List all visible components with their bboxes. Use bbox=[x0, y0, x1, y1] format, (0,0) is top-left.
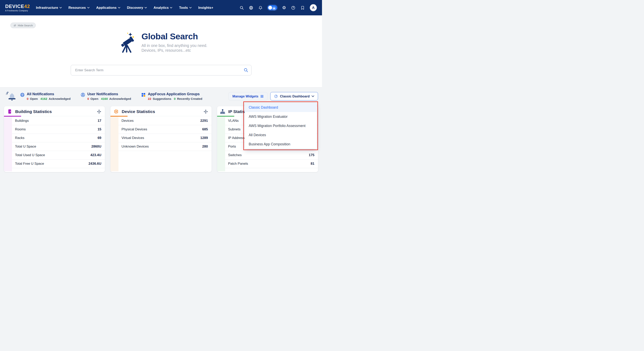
toolbar-buttons: Manage Widgets Classic Dashboard bbox=[228, 92, 318, 100]
search-input[interactable] bbox=[71, 65, 252, 75]
stat-row-label: Buildings bbox=[15, 119, 29, 123]
stat-row-label: Total Used U Space bbox=[15, 153, 45, 157]
stat-row-physical-devices[interactable]: Physical Devices 685 bbox=[118, 125, 211, 134]
page-subtitle: All in one box, find anything you need. … bbox=[142, 43, 207, 53]
nav-item-label: Resources bbox=[68, 6, 86, 10]
apps-icon bbox=[141, 92, 146, 97]
user-icon bbox=[80, 92, 85, 97]
manage-widgets-button[interactable]: Manage Widgets bbox=[228, 92, 268, 100]
stat-row-devices[interactable]: Devices 2291 bbox=[118, 117, 211, 125]
stat-row-value: 423.4U bbox=[90, 153, 102, 157]
stat-row-label: Total U Space bbox=[15, 145, 36, 149]
stat-row-total-free-u-space[interactable]: Total Free U Space 2436.6U bbox=[12, 160, 105, 168]
nav-item-insights[interactable]: Insights+ bbox=[198, 6, 213, 10]
main-nav: Infrastructure Resources Applications Di… bbox=[36, 6, 213, 10]
nav-item-discovery[interactable]: Discovery bbox=[127, 6, 147, 10]
nav-item-label: Tools bbox=[179, 6, 188, 10]
globe-icon bbox=[20, 92, 25, 97]
user-avatar[interactable]: A bbox=[310, 4, 317, 11]
stat-row-rooms[interactable]: Rooms 15 bbox=[12, 125, 105, 134]
stat-label-open: Suggestions bbox=[153, 97, 172, 101]
dropdown-item-all-devices[interactable]: All Devices bbox=[245, 130, 316, 140]
nav-item-infrastructure[interactable]: Infrastructure bbox=[36, 6, 62, 10]
chevron-down-icon bbox=[170, 7, 172, 8]
widget-title: Building Statistics bbox=[15, 109, 52, 114]
notification-stats: 0 Open 4160 Acknowledged bbox=[87, 97, 132, 101]
chevron-down-icon bbox=[87, 7, 90, 8]
dropdown-item-business-app-composition[interactable]: Business App Composition bbox=[245, 140, 316, 149]
bell-icon[interactable] bbox=[258, 5, 263, 10]
stat-row-unknown-devices[interactable]: Unknown Devices 280 bbox=[118, 142, 211, 151]
chevron-down-icon bbox=[144, 7, 147, 8]
stat-value-ack: 4162 bbox=[40, 97, 47, 101]
widget-device-statistics: Device Statistics Devices 2291 Physical … bbox=[110, 106, 211, 172]
logo-text-accent: 42 bbox=[24, 3, 30, 9]
move-icon[interactable] bbox=[204, 109, 212, 114]
gauge-icon bbox=[274, 94, 278, 98]
logo-subtitle: A Freshworks Company bbox=[5, 9, 30, 12]
network-icon bbox=[217, 109, 228, 114]
global-search-box bbox=[71, 65, 252, 75]
notification-title: All Notifications bbox=[27, 92, 72, 96]
notification-appfocus-application-groups[interactable]: AppFocus Application Groups 22 Suggestio… bbox=[141, 92, 204, 101]
widget-accent-bar bbox=[4, 116, 21, 117]
stat-row-total-u-space[interactable]: Total U Space 2860U bbox=[12, 142, 105, 151]
bookmark-icon[interactable] bbox=[300, 5, 305, 10]
stat-row-racks[interactable]: Racks 69 bbox=[12, 134, 105, 142]
stat-row-switches[interactable]: Switches 175 bbox=[225, 151, 318, 160]
stat-row-label: Ports bbox=[228, 145, 236, 149]
stat-row-patch-panels[interactable]: Patch Panels 81 bbox=[225, 160, 318, 168]
dropdown-item-aws-migration-evaluator[interactable]: AWS Migration Evaluator bbox=[245, 112, 316, 121]
gear-icon[interactable]: ⚙ bbox=[282, 5, 286, 10]
stat-row-label: Racks bbox=[15, 136, 24, 140]
telescope-icon bbox=[115, 31, 138, 53]
notification-user-notifications[interactable]: User Notifications 0 Open 4160 Acknowled… bbox=[80, 92, 132, 101]
dropdown-item-classic-dashboard[interactable]: Classic Dashboard bbox=[245, 103, 316, 112]
navbar-actions: ⚙ A bbox=[240, 4, 317, 11]
notification-all-notifications[interactable]: All Notifications 0 Open 4162 Acknowledg… bbox=[20, 92, 72, 101]
stat-row-value: 280 bbox=[202, 145, 208, 149]
hide-search-button[interactable]: Hide Search bbox=[10, 22, 36, 28]
stat-row-value: 1289 bbox=[200, 136, 208, 140]
top-navbar: DEVICE42 A Freshworks Company Infrastruc… bbox=[0, 0, 322, 15]
stat-row-total-used-u-space[interactable]: Total Used U Space 423.4U bbox=[12, 151, 105, 160]
stat-label-open: Open bbox=[90, 97, 98, 101]
page-title: Global Search bbox=[142, 31, 207, 41]
chevron-down-icon bbox=[118, 7, 120, 8]
stat-row-label: Devices bbox=[122, 119, 134, 123]
dropdown-item-aws-migration-portfolio-assessment[interactable]: AWS Migration Portfolio Assessment bbox=[245, 121, 316, 130]
device42-logo[interactable]: DEVICE42 A Freshworks Company bbox=[5, 3, 30, 12]
chevron-down-icon bbox=[189, 7, 192, 8]
nav-item-applications[interactable]: Applications bbox=[96, 6, 120, 10]
move-icon[interactable] bbox=[97, 109, 105, 114]
search-submit-icon[interactable] bbox=[244, 68, 248, 72]
widget-header: Device Statistics bbox=[110, 106, 211, 116]
stat-row-value: 17 bbox=[98, 119, 101, 123]
stat-row-value: 2291 bbox=[200, 119, 208, 123]
nav-item-resources[interactable]: Resources bbox=[68, 6, 90, 10]
theme-toggle[interactable] bbox=[268, 5, 277, 10]
notification-title: AppFocus Application Groups bbox=[148, 92, 204, 96]
hide-search-label: Hide Search bbox=[18, 24, 33, 27]
stat-row-buildings[interactable]: Buildings 17 bbox=[12, 117, 105, 125]
chip-icon bbox=[110, 109, 122, 114]
notification-summaries: All Notifications 0 Open 4162 Acknowledg… bbox=[20, 92, 204, 101]
stat-value-ack: 4160 bbox=[101, 97, 108, 101]
stat-row-label: Unknown Devices bbox=[122, 145, 148, 149]
stat-label-open: Open bbox=[30, 97, 38, 101]
help-icon[interactable] bbox=[291, 5, 296, 10]
nav-item-analytics[interactable]: Analytics bbox=[154, 6, 172, 10]
dashboard-selector-button[interactable]: Classic Dashboard bbox=[270, 92, 318, 100]
stat-value-ack: 0 bbox=[174, 97, 176, 101]
nav-item-label: Analytics bbox=[154, 6, 169, 10]
nav-item-tools[interactable]: Tools bbox=[179, 6, 191, 10]
widget-header: Building Statistics bbox=[4, 106, 105, 116]
globe-icon[interactable] bbox=[249, 5, 253, 10]
widget-title: Device Statistics bbox=[122, 109, 155, 114]
stat-row-virtual-devices[interactable]: Virtual Devices 1289 bbox=[118, 134, 211, 142]
stat-row-value: 69 bbox=[98, 136, 101, 140]
search-icon[interactable] bbox=[240, 5, 244, 10]
eye-off-icon bbox=[14, 24, 16, 27]
stat-row-label: VLANs bbox=[228, 119, 239, 123]
stat-row-value: 175 bbox=[309, 153, 314, 157]
